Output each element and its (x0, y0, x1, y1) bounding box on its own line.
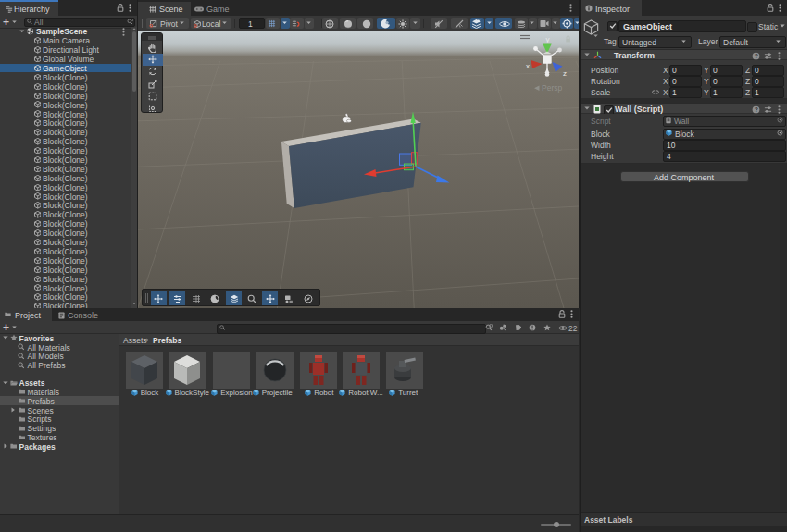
svg-text:y: y (546, 35, 550, 43)
svg-text:x: x (526, 62, 530, 70)
svg-text:?: ? (755, 105, 758, 112)
svg-text:z: z (563, 69, 567, 78)
svg-text:?: ? (755, 52, 758, 58)
svg-text:Persp: Persp (542, 83, 562, 93)
